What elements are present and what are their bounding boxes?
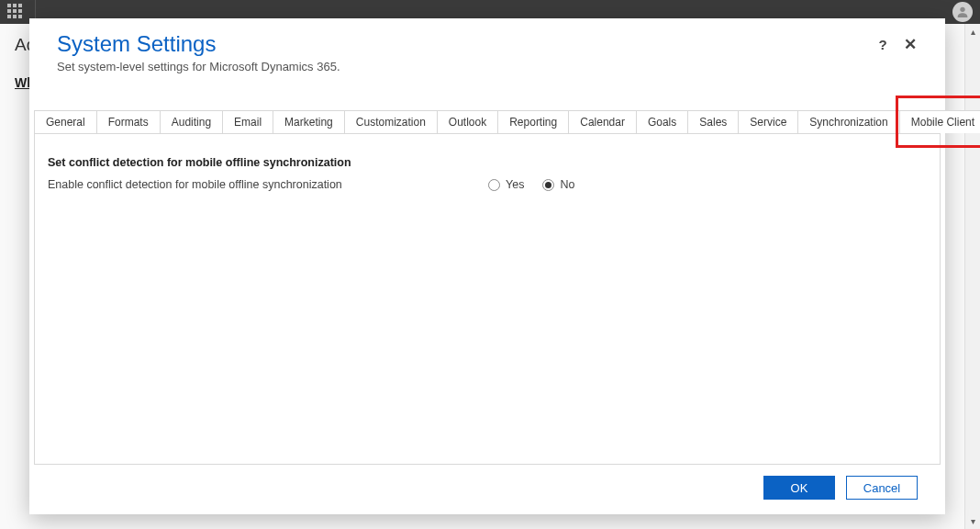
svg-point-0: [960, 7, 964, 12]
cancel-button[interactable]: Cancel: [846, 476, 918, 500]
tab-sales[interactable]: Sales: [687, 110, 739, 133]
modal-subtitle: Set system-level settings for Microsoft …: [57, 60, 340, 73]
tab-outlook[interactable]: Outlook: [437, 110, 498, 133]
radio-no[interactable]: [542, 179, 554, 191]
radio-no-label: No: [560, 178, 574, 191]
tab-formats[interactable]: Formats: [96, 110, 161, 133]
help-icon[interactable]: ?: [875, 37, 890, 52]
radio-yes-label: Yes: [506, 178, 524, 191]
tab-reporting[interactable]: Reporting: [497, 110, 569, 133]
tab-synchronization[interactable]: Synchronization: [797, 110, 899, 133]
tab-email[interactable]: Email: [222, 110, 273, 133]
section-heading: Set conflict detection for mobile offlin…: [48, 156, 927, 169]
tab-mobile-client[interactable]: Mobile Client: [899, 110, 980, 133]
avatar[interactable]: [952, 2, 973, 22]
page-scrollbar[interactable]: ▴ ▾: [964, 24, 980, 529]
tabs-container: GeneralFormatsAuditingEmailMarketingCust…: [29, 110, 945, 134]
scroll-up-arrow-icon[interactable]: ▴: [965, 24, 980, 39]
scroll-down-arrow-icon[interactable]: ▾: [965, 513, 980, 529]
system-settings-modal: System Settings Set system-level setting…: [29, 18, 945, 514]
app-launcher-icon[interactable]: [7, 4, 24, 20]
tab-service[interactable]: Service: [738, 110, 798, 133]
tab-marketing[interactable]: Marketing: [273, 110, 345, 133]
tab-content: Set conflict detection for mobile offlin…: [34, 134, 941, 465]
setting-label: Enable conflict detection for mobile off…: [48, 178, 488, 191]
tab-calendar[interactable]: Calendar: [568, 110, 637, 133]
modal-title: System Settings: [57, 31, 340, 57]
tab-customization[interactable]: Customization: [344, 110, 438, 133]
tab-auditing[interactable]: Auditing: [160, 110, 223, 133]
bg-wh-text: Wl: [15, 75, 30, 90]
tab-general[interactable]: General: [34, 110, 97, 133]
tab-goals[interactable]: Goals: [636, 110, 688, 133]
radio-yes[interactable]: [488, 179, 500, 191]
ok-button[interactable]: OK: [763, 476, 835, 500]
close-icon[interactable]: ✕: [903, 35, 918, 54]
